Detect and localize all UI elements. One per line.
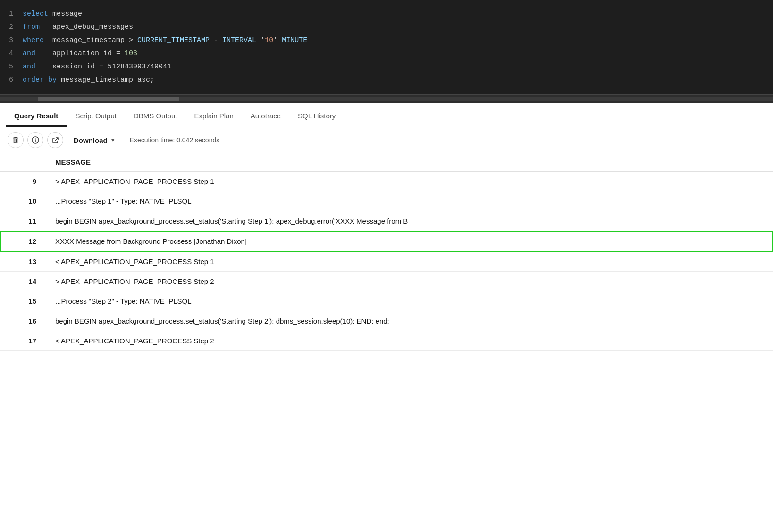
download-label: Download — [74, 136, 108, 144]
download-button[interactable]: Download ▼ — [67, 133, 122, 147]
message-cell: > APEX_APPLICATION_PAGE_PROCESS Step 1 — [48, 171, 773, 191]
tab-dbms-output[interactable]: DBMS Output — [125, 105, 186, 127]
line-number: 6 — [0, 75, 23, 86]
row-number-cell: 11 — [0, 211, 48, 232]
table-row: 16begin BEGIN apex_background_process.se… — [0, 311, 773, 331]
code-line: 6order by message_timestamp asc; — [0, 74, 773, 87]
external-link-button[interactable] — [47, 132, 63, 148]
table-row: 12XXXX Message from Background Procsess … — [0, 231, 773, 251]
code-line: 5and session_id = 512843093749041 — [0, 60, 773, 74]
row-number-cell: 9 — [0, 171, 48, 191]
tab-explain-plan[interactable]: Explain Plan — [185, 105, 242, 127]
row-number-cell: 17 — [0, 331, 48, 351]
row-number-cell: 15 — [0, 291, 48, 311]
message-cell: begin BEGIN apex_background_process.set_… — [48, 211, 773, 232]
message-cell: ...Process "Step 2" - Type: NATIVE_PLSQL — [48, 291, 773, 311]
tab-sql-history[interactable]: SQL History — [289, 105, 344, 127]
row-number-cell: 14 — [0, 272, 48, 291]
line-number: 4 — [0, 48, 23, 59]
line-content: select message — [23, 8, 82, 20]
table-row: 15...Process "Step 2" - Type: NATIVE_PLS… — [0, 291, 773, 311]
message-header: MESSAGE — [48, 153, 773, 171]
row-number-cell: 12 — [0, 231, 48, 251]
results-table: MESSAGE 9> APEX_APPLICATION_PAGE_PROCESS… — [0, 153, 773, 351]
line-number: 5 — [0, 61, 23, 73]
tab-script-output[interactable]: Script Output — [67, 105, 125, 127]
table-row: 9> APEX_APPLICATION_PAGE_PROCESS Step 1 — [0, 171, 773, 191]
info-button[interactable] — [27, 132, 43, 148]
editor-scrollbar[interactable] — [0, 95, 773, 103]
line-content: order by message_timestamp asc; — [23, 75, 154, 86]
line-content: from apex_debug_messages — [23, 22, 133, 33]
message-cell: > APEX_APPLICATION_PAGE_PROCESS Step 2 — [48, 272, 773, 291]
tabs-container: Query ResultScript OutputDBMS OutputExpl… — [0, 105, 773, 127]
table-header-row: MESSAGE — [0, 153, 773, 171]
line-content: and session_id = 512843093749041 — [23, 61, 171, 73]
table-row: 17< APEX_APPLICATION_PAGE_PROCESS Step 2 — [0, 331, 773, 351]
execution-time: Execution time: 0.042 seconds — [130, 136, 220, 144]
code-line: 2from apex_debug_messages — [0, 21, 773, 34]
line-content: and application_id = 103 — [23, 48, 137, 59]
message-cell: begin BEGIN apex_background_process.set_… — [48, 311, 773, 331]
row-num-header — [0, 153, 48, 171]
row-number-cell: 13 — [0, 251, 48, 272]
message-cell: < APEX_APPLICATION_PAGE_PROCESS Step 2 — [48, 331, 773, 351]
table-row: 11begin BEGIN apex_background_process.se… — [0, 211, 773, 232]
message-cell: ...Process "Step 1" - Type: NATIVE_PLSQL — [48, 191, 773, 211]
results-container: MESSAGE 9> APEX_APPLICATION_PAGE_PROCESS… — [0, 153, 773, 351]
table-row: 14> APEX_APPLICATION_PAGE_PROCESS Step 2 — [0, 272, 773, 291]
table-row: 13< APEX_APPLICATION_PAGE_PROCESS Step 1 — [0, 251, 773, 272]
line-content: where message_timestamp > CURRENT_TIMEST… — [23, 35, 307, 46]
chevron-down-icon: ▼ — [110, 137, 116, 143]
toolbar: Download ▼ Execution time: 0.042 seconds — [0, 127, 773, 153]
row-number-cell: 10 — [0, 191, 48, 211]
tab-query-result[interactable]: Query Result — [6, 105, 67, 127]
row-number-cell: 16 — [0, 311, 48, 331]
code-line: 4and application_id = 103 — [0, 47, 773, 60]
code-line: 1select message — [0, 8, 773, 21]
delete-button[interactable] — [8, 132, 24, 148]
code-line: 3where message_timestamp > CURRENT_TIMES… — [0, 34, 773, 47]
line-number: 2 — [0, 22, 23, 33]
tab-autotrace[interactable]: Autotrace — [242, 105, 289, 127]
line-number: 1 — [0, 8, 23, 20]
message-cell: < APEX_APPLICATION_PAGE_PROCESS Step 1 — [48, 251, 773, 272]
message-cell: XXXX Message from Background Procsess [J… — [48, 231, 773, 251]
line-number: 3 — [0, 35, 23, 46]
table-row: 10...Process "Step 1" - Type: NATIVE_PLS… — [0, 191, 773, 211]
code-editor[interactable]: 1select message2from apex_debug_messages… — [0, 0, 773, 95]
